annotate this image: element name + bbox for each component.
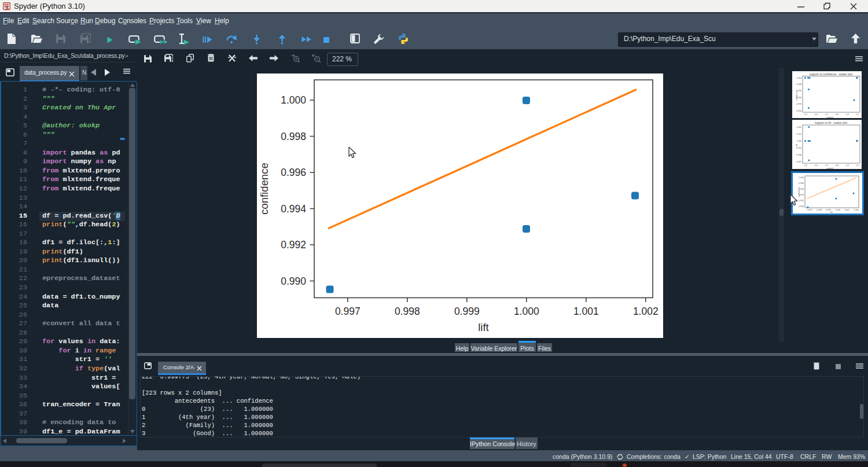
svg-text:support vs confidence - scatte: support vs confidence - scatter plot	[810, 73, 853, 76]
svg-text:0.8: 0.8	[836, 113, 838, 116]
svg-text:0.5: 0.5	[804, 164, 807, 167]
svg-text:1.000: 1.000	[835, 209, 840, 211]
svg-text:1.000: 1.000	[796, 140, 801, 142]
svg-text:lift: lift	[478, 321, 489, 333]
svg-text:1.002: 1.002	[796, 126, 801, 128]
svg-text:0.999: 0.999	[454, 306, 480, 317]
svg-text:0.7: 0.7	[825, 113, 828, 116]
svg-text:0.8: 0.8	[836, 164, 838, 167]
svg-text:0.6: 0.6	[815, 164, 818, 167]
svg-text:0.999: 0.999	[796, 147, 801, 149]
svg-text:1.001: 1.001	[796, 133, 801, 135]
svg-text:0.998: 0.998	[281, 131, 306, 142]
svg-text:support: support	[826, 167, 833, 170]
svg-text:0.998: 0.998	[796, 154, 801, 156]
svg-text:0.999: 0.999	[826, 209, 831, 211]
svg-text:0.6: 0.6	[815, 113, 818, 116]
svg-text:confidence: confidence	[258, 163, 270, 214]
svg-text:S: S	[6, 5, 9, 10]
svg-text:lift: lift	[796, 144, 798, 146]
svg-text:1.002: 1.002	[854, 209, 859, 211]
svg-text:0.7: 0.7	[825, 164, 828, 167]
svg-text:0.992: 0.992	[799, 200, 804, 202]
svg-text:0.9: 0.9	[846, 113, 849, 116]
svg-text:1.000: 1.000	[796, 77, 801, 79]
svg-text:1.000: 1.000	[281, 94, 306, 106]
svg-text:0.998: 0.998	[816, 209, 822, 211]
svg-text:confidence: confidence	[798, 187, 800, 197]
svg-text:1.001: 1.001	[573, 306, 599, 317]
svg-text:0.9: 0.9	[846, 164, 849, 167]
svg-text:1.000: 1.000	[799, 176, 804, 179]
svg-text:0.997: 0.997	[335, 306, 361, 317]
svg-text:0.998: 0.998	[796, 83, 801, 86]
svg-text:support: support	[826, 116, 833, 119]
svg-text:0.997: 0.997	[796, 161, 801, 163]
svg-text:1.0: 1.0	[856, 164, 859, 167]
svg-text:support vs lift - scatter plot: support vs lift - scatter plot	[815, 122, 848, 124]
svg-text:0.992: 0.992	[796, 103, 801, 105]
svg-text:1.001: 1.001	[844, 209, 849, 211]
svg-text:1.000: 1.000	[514, 306, 539, 317]
svg-text:confidence: confidence	[796, 90, 798, 100]
svg-text:0.998: 0.998	[799, 182, 804, 185]
svg-text:0.990: 0.990	[281, 275, 306, 287]
svg-text:0.990: 0.990	[799, 205, 804, 208]
svg-text:0.990: 0.990	[796, 110, 801, 112]
svg-text:1.002: 1.002	[633, 306, 659, 317]
svg-text:1.0: 1.0	[856, 113, 859, 116]
svg-text:lift: lift	[830, 211, 833, 214]
svg-text:0.5: 0.5	[804, 113, 807, 116]
svg-text:0.996: 0.996	[281, 167, 306, 178]
svg-text:0.992: 0.992	[281, 239, 306, 251]
svg-text:0.994: 0.994	[281, 203, 306, 215]
svg-text:0.998: 0.998	[395, 306, 420, 317]
svg-text:0.997: 0.997	[807, 209, 812, 211]
